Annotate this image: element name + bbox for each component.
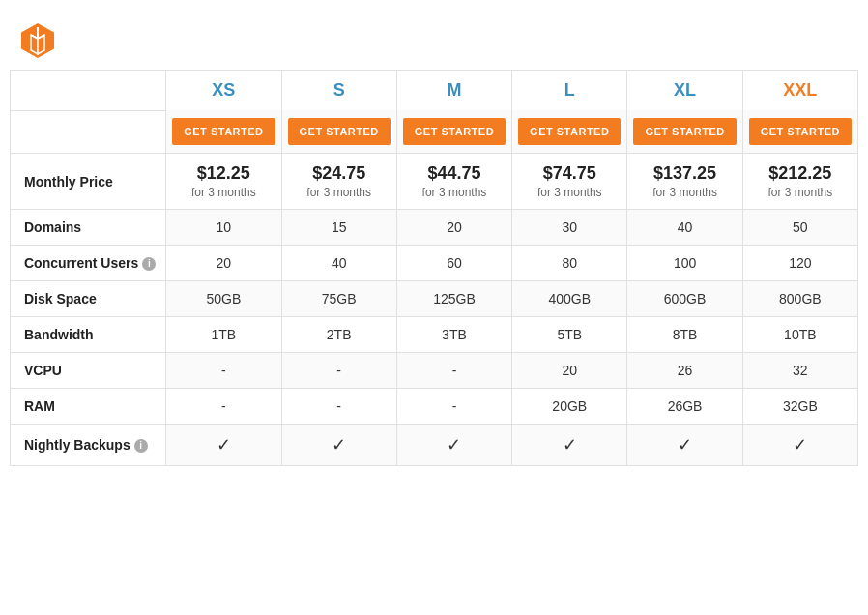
price-sub: for 3 months: [288, 186, 391, 199]
table-row: Domains101520304050: [11, 210, 858, 246]
price-main: $74.75: [543, 163, 596, 183]
btn-cell-l: GET STARTED: [512, 110, 627, 154]
get-started-row: GET STARTED GET STARTED GET STARTED GET …: [11, 110, 858, 154]
row-value: ✓: [627, 425, 742, 466]
row-value: 600GB: [627, 281, 742, 317]
price-sub: for 3 months: [749, 186, 852, 199]
row-value: 75GB: [281, 281, 396, 317]
row-value: 20GB: [512, 389, 627, 425]
checkmark-icon: ✓: [678, 435, 692, 454]
row-label: RAM: [11, 389, 166, 425]
pricing-table: XS S M L XL XXL GET STARTED GET STARTED …: [10, 70, 858, 466]
page-wrapper: XS S M L XL XXL GET STARTED GET STARTED …: [0, 0, 868, 476]
row-label: VCPU: [11, 353, 166, 389]
row-value: 1TB: [166, 317, 281, 353]
row-value: 50: [742, 210, 857, 246]
row-label: Nightly Backupsi: [11, 425, 166, 466]
checkmark-icon: ✓: [217, 435, 231, 454]
table-row: VCPU---202632: [11, 353, 858, 389]
row-value: 32: [742, 353, 857, 389]
plan-header-m: M: [396, 71, 511, 111]
info-icon: i: [134, 439, 148, 453]
row-label: Domains: [11, 210, 166, 246]
row-value: $12.25for 3 months: [166, 154, 281, 210]
checkmark-icon: ✓: [332, 435, 346, 454]
row-value: 50GB: [166, 281, 281, 317]
price-main: $12.25: [197, 163, 250, 183]
row-value: 5TB: [512, 317, 627, 353]
get-started-button-m[interactable]: GET STARTED: [403, 118, 506, 145]
price-main: $24.75: [312, 163, 365, 183]
row-value: 400GB: [512, 281, 627, 317]
get-started-button-s[interactable]: GET STARTED: [288, 118, 391, 145]
plan-header-xxl: XXL: [742, 71, 857, 111]
row-value: 10TB: [742, 317, 857, 353]
plan-header-s: S: [281, 71, 396, 111]
price-sub: for 3 months: [403, 186, 506, 199]
row-value: 20: [166, 246, 281, 281]
table-row: Bandwidth1TB2TB3TB5TB8TB10TB: [11, 317, 858, 353]
row-value: 60: [396, 246, 511, 281]
row-value: $74.75for 3 months: [512, 154, 627, 210]
table-row: Monthly Price$12.25for 3 months$24.75for…: [11, 154, 858, 210]
row-label: Bandwidth: [11, 317, 166, 353]
row-value: ✓: [512, 425, 627, 466]
checkmark-icon: ✓: [447, 435, 461, 454]
row-value: 120: [742, 246, 857, 281]
price-sub: for 3 months: [633, 186, 736, 199]
row-value: 10: [166, 210, 281, 246]
row-value: 26GB: [627, 389, 742, 425]
logo-area: [10, 10, 858, 70]
plan-header-xl: XL: [627, 71, 742, 111]
row-value: ✓: [166, 425, 281, 466]
checkmark-icon: ✓: [563, 435, 577, 454]
row-value: ✓: [396, 425, 511, 466]
row-label: Concurrent Usersi: [11, 246, 166, 281]
row-value: 8TB: [627, 317, 742, 353]
plan-name-row: XS S M L XL XXL: [11, 71, 858, 111]
plan-header-l: L: [512, 71, 627, 111]
row-value: 125GB: [396, 281, 511, 317]
plan-header-xs: XS: [166, 71, 281, 111]
btn-cell-xl: GET STARTED: [627, 110, 742, 154]
row-value: -: [396, 353, 511, 389]
row-value: 32GB: [742, 389, 857, 425]
magento-logo-icon: [17, 19, 58, 60]
row-value: $212.25for 3 months: [742, 154, 857, 210]
price-main: $44.75: [427, 163, 480, 183]
price-main: $137.25: [653, 163, 716, 183]
table-row: Nightly Backupsi✓✓✓✓✓✓: [11, 425, 858, 466]
empty-header: [11, 71, 166, 111]
row-value: 3TB: [396, 317, 511, 353]
row-value: $24.75for 3 months: [281, 154, 396, 210]
row-value: 2TB: [281, 317, 396, 353]
row-value: -: [281, 353, 396, 389]
price-sub: for 3 months: [172, 186, 275, 199]
row-value: 15: [281, 210, 396, 246]
row-value: 20: [512, 353, 627, 389]
price-main: $212.25: [768, 163, 831, 183]
price-sub: for 3 months: [518, 186, 621, 199]
checkmark-icon: ✓: [793, 435, 807, 454]
row-value: -: [396, 389, 511, 425]
row-value: 30: [512, 210, 627, 246]
row-value: 80: [512, 246, 627, 281]
btn-cell-m: GET STARTED: [396, 110, 511, 154]
info-icon: i: [142, 257, 156, 271]
row-value: -: [166, 389, 281, 425]
table-row: Disk Space50GB75GB125GB400GB600GB800GB: [11, 281, 858, 317]
row-label: Monthly Price: [11, 154, 166, 210]
row-value: 40: [281, 246, 396, 281]
row-value: 20: [396, 210, 511, 246]
row-value: $137.25for 3 months: [627, 154, 742, 210]
btn-cell-s: GET STARTED: [281, 110, 396, 154]
get-started-button-l[interactable]: GET STARTED: [518, 118, 621, 145]
row-value: ✓: [742, 425, 857, 466]
get-started-button-xxl[interactable]: GET STARTED: [749, 118, 852, 145]
row-value: 100: [627, 246, 742, 281]
row-value: -: [281, 389, 396, 425]
get-started-button-xs[interactable]: GET STARTED: [172, 118, 275, 145]
get-started-button-xl[interactable]: GET STARTED: [633, 118, 736, 145]
table-row: Concurrent Usersi20406080100120: [11, 246, 858, 281]
row-value: ✓: [281, 425, 396, 466]
